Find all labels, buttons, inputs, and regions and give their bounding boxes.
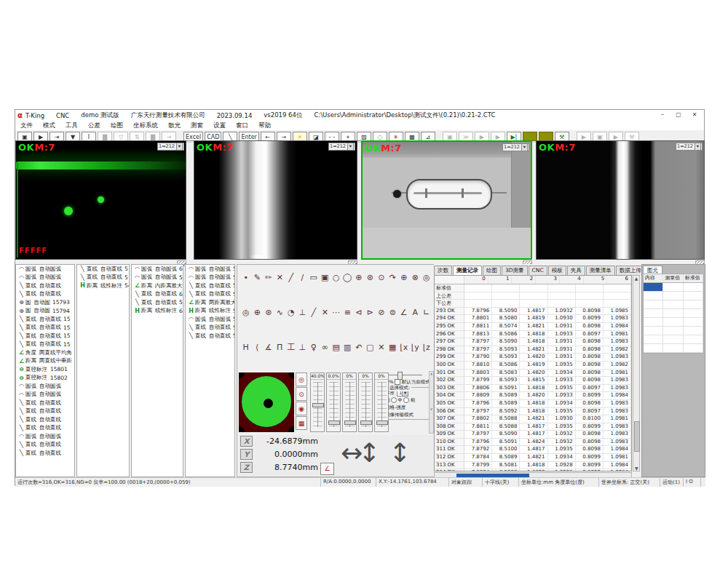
chart-button[interactable]: ⊿ xyxy=(421,132,435,141)
table-row[interactable]: 306 OK7.87978.50921.48181.09350.80971.09… xyxy=(435,408,631,416)
table-row[interactable]: 298 OK7.87978.50931.48211.09310.80981.09… xyxy=(435,346,631,354)
dither-button[interactable]: ▩ xyxy=(405,132,419,141)
light-pattern-button[interactable]: ▦ xyxy=(296,416,307,430)
prev-button[interactable]: ← xyxy=(261,132,275,141)
ring-light-indicator[interactable] xyxy=(242,376,291,427)
camera2-magnification-dropdown[interactable]: 1=212▾ xyxy=(328,143,355,151)
list-item[interactable]: ⊕圆自动圆15794 xyxy=(16,307,74,316)
tools2-button[interactable]: ⚒ xyxy=(625,132,639,141)
tab-模板[interactable]: 模板 xyxy=(548,266,566,275)
tool-icon[interactable]: ∞ xyxy=(320,342,331,354)
options-scrollbar[interactable]: ∧∨ xyxy=(429,371,434,434)
list-item[interactable]: ╲直线自动直线5 xyxy=(77,265,129,274)
list-item[interactable]: ╲直线自动直线15 xyxy=(16,324,74,332)
tool-icon[interactable]: ╱ xyxy=(308,307,320,319)
play-button[interactable]: ▶ xyxy=(491,132,505,141)
open2-button[interactable]: ▶ xyxy=(609,132,623,141)
tab-测量清单[interactable]: 测量清单 xyxy=(586,266,615,275)
list-item[interactable]: ╲直线自动直线5 xyxy=(186,290,234,299)
table-row[interactable]: 313 OK7.87998.50811.48181.09280.80991.09… xyxy=(435,462,631,470)
camera1-magnification-dropdown[interactable]: 1=212▾ xyxy=(157,143,184,151)
table-row[interactable]: 标准值 xyxy=(435,284,631,292)
camera-view-1[interactable]: OKM:7 1=212▾ FFFFF xyxy=(15,140,186,260)
ruler-button[interactable]: ╲ xyxy=(223,132,237,141)
jog-z-icon[interactable]: ↕ xyxy=(389,437,411,470)
tool-icon[interactable]: ⊳ xyxy=(365,307,376,319)
table-row[interactable]: 305 OK7.87968.50891.48181.09340.80981.09… xyxy=(435,400,631,408)
tab-CNC[interactable]: CNC xyxy=(529,266,547,275)
area-tool-button[interactable]: ▇ xyxy=(98,132,112,141)
tool-icon[interactable]: ◔ xyxy=(285,307,297,319)
detail-row[interactable] xyxy=(644,335,703,344)
table-row[interactable]: 309 OK7.87978.50901.48171.09320.80981.09… xyxy=(435,431,631,439)
tab-夹具[interactable]: 夹具 xyxy=(567,266,585,275)
fast-run-button[interactable]: ≫ xyxy=(459,132,473,141)
table-row[interactable]: 302 OK7.87998.50931.48151.09330.80981.09… xyxy=(435,377,631,385)
table-row[interactable]: 301 OK7.88038.50831.48201.09340.80981.09… xyxy=(435,370,631,378)
table-row[interactable]: 300 OK7.88108.50861.48191.09350.80981.09… xyxy=(435,362,631,370)
list-item[interactable]: ⊕圆自动圆15793 xyxy=(16,298,74,307)
magnifier-button[interactable]: ⌖ xyxy=(341,132,355,141)
light-button[interactable]: ☀ xyxy=(293,132,307,141)
list-item[interactable]: ◠圆弧自动圆弧5 xyxy=(186,274,234,282)
tool-icon[interactable]: ⊕ xyxy=(398,272,410,284)
tool-icon[interactable]: ∟ xyxy=(421,307,432,319)
list-item[interactable]: H距离线性标注6 xyxy=(132,307,183,316)
jog-arrows[interactable]: ↔ ↕ ↕ xyxy=(341,435,406,473)
element-list-3[interactable]: ◠圆弧自动圆弧6◠圆弧自动圆弧5∠距离内距离最大值╲直线自动直线6╲直线自动直线… xyxy=(131,264,183,477)
region-tool-button[interactable]: ▇ xyxy=(146,132,160,141)
tool-icon[interactable]: ∡ xyxy=(263,342,274,354)
hatch-button[interactable]: ▨ xyxy=(357,132,371,141)
table-row[interactable]: 303 OK7.88068.50911.48181.09350.80971.09… xyxy=(435,385,631,393)
element-list-4[interactable]: ◠圆弧自动圆弧5◠圆弧自动圆弧5╲直线自动直线5╲直线自动直线5∠距离两距离最大… xyxy=(185,264,235,477)
list-item[interactable]: ◠圆弧自动圆弧 xyxy=(16,432,74,441)
detail-row[interactable] xyxy=(644,283,703,292)
move-tool-button[interactable]: → xyxy=(162,132,176,141)
tab-数据上传[interactable]: 数据上传 xyxy=(616,266,645,275)
tool-icon[interactable]: ↷ xyxy=(387,272,399,284)
edge-tool-button[interactable]: I xyxy=(82,132,96,141)
tool-icon[interactable]: ▣ xyxy=(320,272,331,284)
list-item[interactable]: ╲直线自动直线5 xyxy=(186,324,234,332)
tool-icon[interactable]: ∠ xyxy=(398,307,410,319)
tool-icon[interactable]: ≡ xyxy=(342,307,354,319)
list-item[interactable]: ∠距离内距离最大值 xyxy=(132,282,183,290)
next-button[interactable]: → xyxy=(277,132,291,141)
menu-item-文件[interactable]: 文件 xyxy=(15,121,38,130)
table-row[interactable]: 下公差 xyxy=(435,300,631,308)
camera-view-3-selected[interactable]: OKM:7 1=212▾ xyxy=(361,140,532,260)
slider-thumb[interactable] xyxy=(344,420,356,425)
camera-view-4[interactable]: OKM:7 1=212▾ xyxy=(536,140,705,260)
cad-button[interactable]: CAD xyxy=(205,132,221,141)
list-item[interactable]: H距离线性标注55 xyxy=(186,307,234,316)
slider-thumb[interactable] xyxy=(328,420,340,425)
list-item[interactable]: ◠圆弧自动圆弧 xyxy=(16,391,74,399)
tool-icon[interactable]: ▦ xyxy=(387,342,399,354)
list-item[interactable]: ⊖直径标注15802 xyxy=(16,374,74,383)
list-item[interactable]: ◠圆弧自动圆弧6 xyxy=(132,265,183,274)
detail-row[interactable] xyxy=(644,318,703,327)
menu-item-模式[interactable]: 模式 xyxy=(38,121,60,130)
list-item[interactable]: ╲直线自动直线 xyxy=(16,449,74,458)
list-item[interactable]: ╲直线自动直线 xyxy=(16,282,74,290)
default-mode-checkbox[interactable] xyxy=(395,379,400,385)
probe-button[interactable]: ▼ xyxy=(66,132,80,141)
tool-icon[interactable]: ⊘ xyxy=(376,307,387,319)
table-row[interactable]: 297 OK7.87978.50901.48181.09310.80981.09… xyxy=(435,338,631,346)
detail-row[interactable] xyxy=(644,309,703,318)
slider-thumb[interactable] xyxy=(360,420,372,425)
tool-icon[interactable]: ⊛ xyxy=(365,272,376,284)
list-item[interactable]: ╲直线自动直线 xyxy=(16,441,74,450)
tool-icon[interactable]: ╱ xyxy=(285,272,297,284)
star-button[interactable]: ✳ xyxy=(389,132,403,141)
image-button[interactable]: ◪ xyxy=(309,132,323,141)
table-row[interactable]: 310 OK7.87968.50911.48241.09320.80981.09… xyxy=(435,439,631,447)
light-pattern-button[interactable]: ◉ xyxy=(296,402,307,415)
close-button[interactable]: ✕ xyxy=(687,110,703,120)
camera4-magnification-dropdown[interactable]: 1=212▾ xyxy=(676,143,703,151)
menu-item-设置[interactable]: 设置 xyxy=(208,121,231,130)
list-item[interactable]: H距离线性标注54 xyxy=(77,282,129,290)
list-item[interactable]: ∠距离两距离最大值 xyxy=(186,298,234,307)
table-row[interactable]: 293 OK7.87968.50901.48171.09320.80981.09… xyxy=(435,308,631,316)
tool-icon[interactable]: ∕ xyxy=(297,272,309,284)
